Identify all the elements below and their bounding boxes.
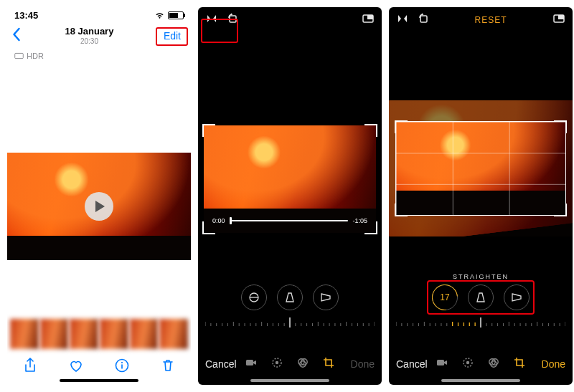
nav-bar: 18 January 20:30 Edit: [7, 23, 191, 49]
home-indicator[interactable]: [60, 379, 138, 382]
svg-rect-46: [420, 16, 427, 22]
battery-icon: [168, 11, 184, 19]
adjust-circles: 17: [432, 285, 530, 310]
trash-icon[interactable]: [160, 358, 176, 373]
svg-rect-0: [15, 53, 24, 58]
svg-point-82: [466, 361, 469, 364]
done-button[interactable]: Done: [351, 358, 375, 370]
edit-button[interactable]: Edit: [158, 27, 187, 44]
crop-canvas[interactable]: 0:00 1:05: [204, 125, 376, 233]
svg-point-2: [121, 362, 123, 363]
trim-bar[interactable]: 0:00 1:05: [212, 217, 367, 224]
aspect-ratio-icon[interactable]: [552, 12, 565, 28]
svg-rect-40: [246, 360, 253, 365]
straighten-label: STRAIGHTEN: [389, 273, 573, 280]
svg-rect-80: [437, 360, 444, 365]
info-icon[interactable]: [114, 358, 130, 373]
straighten-button[interactable]: [241, 285, 267, 310]
aspect-ratio-icon[interactable]: [362, 12, 375, 28]
horizontal-perspective-button[interactable]: [313, 285, 339, 310]
svg-rect-6: [367, 15, 373, 19]
play-button-icon[interactable]: [85, 192, 113, 221]
favorite-icon[interactable]: [68, 358, 84, 373]
back-button[interactable]: [11, 27, 21, 45]
svg-rect-3: [121, 365, 123, 369]
svg-point-42: [276, 361, 278, 364]
straighten-button[interactable]: 17: [432, 285, 458, 310]
angle-ruler[interactable]: [396, 316, 565, 329]
video-tab-icon[interactable]: [436, 356, 448, 372]
vertical-perspective-button[interactable]: [277, 285, 303, 310]
flip-horizontal-icon[interactable]: [205, 12, 218, 28]
crop-canvas[interactable]: [389, 100, 573, 236]
filters-tab-icon[interactable]: [487, 356, 500, 372]
done-button[interactable]: Done: [542, 358, 565, 370]
home-indicator[interactable]: [250, 379, 329, 382]
angle-ruler[interactable]: [205, 316, 375, 329]
rotate-icon[interactable]: [416, 12, 429, 28]
wifi-icon: [154, 11, 165, 19]
filters-tab-icon[interactable]: [296, 356, 309, 372]
editor-bottom-bar: Cancel Done: [198, 353, 382, 375]
straighten-editor-screen: RESET STRAIGHTEN 17 Cancel: [389, 7, 573, 385]
svg-rect-4: [230, 16, 236, 22]
horizontal-perspective-button[interactable]: [504, 285, 530, 310]
photo-title: 18 January 20:30: [65, 27, 113, 44]
cancel-button[interactable]: Cancel: [396, 358, 428, 370]
editor-top-bar: RESET: [389, 7, 573, 33]
photos-view-screen: 13:45 18 January 20:30 Edit HDR: [7, 7, 191, 385]
video-tab-icon[interactable]: [245, 356, 258, 372]
status-bar: 13:45: [7, 7, 191, 23]
reset-button[interactable]: RESET: [474, 15, 507, 25]
video-preview[interactable]: [7, 153, 191, 260]
adjust-circles: [241, 285, 339, 310]
status-time: 13:45: [14, 10, 38, 21]
share-icon[interactable]: [22, 358, 38, 373]
adjust-tab-icon[interactable]: [461, 356, 474, 372]
display-icon: [14, 52, 24, 59]
trim-end-time: 1:05: [352, 217, 367, 224]
editor-bottom-bar: Cancel Done: [389, 353, 573, 375]
thumbnail-strip[interactable]: [7, 317, 191, 350]
crop-tab-icon[interactable]: [322, 356, 335, 372]
home-indicator[interactable]: [441, 379, 520, 382]
cancel-button[interactable]: Cancel: [205, 358, 237, 370]
trim-start-time: 0:00: [212, 217, 225, 224]
vertical-perspective-button[interactable]: [468, 285, 494, 310]
crop-tab-icon[interactable]: [513, 356, 526, 372]
flip-horizontal-icon[interactable]: [396, 12, 409, 28]
rotate-icon[interactable]: [225, 12, 238, 28]
crop-editor-screen: 0:00 1:05 Cancel Done: [198, 7, 382, 385]
editor-top-bar: [198, 7, 382, 33]
svg-rect-48: [558, 15, 564, 19]
adjust-tab-icon[interactable]: [270, 356, 283, 372]
hdr-badge: HDR: [7, 49, 191, 63]
bottom-toolbar: [7, 353, 191, 378]
